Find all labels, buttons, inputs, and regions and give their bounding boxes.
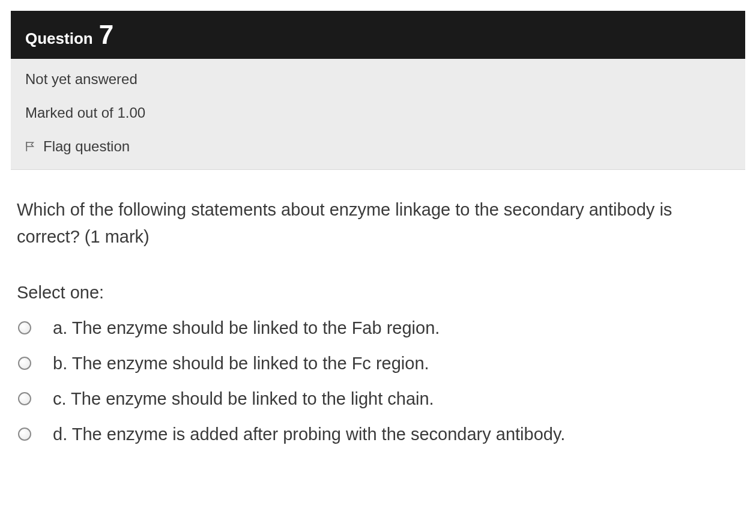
- option-c[interactable]: c. The enzyme should be linked to the li…: [17, 389, 739, 409]
- question-label: Question: [25, 29, 93, 48]
- radio-icon: [18, 321, 31, 334]
- option-text: b. The enzyme should be linked to the Fc…: [53, 354, 429, 373]
- radio-icon: [18, 428, 31, 441]
- question-content: Which of the following statements about …: [11, 170, 745, 450]
- flag-question-button[interactable]: Flag question: [25, 138, 731, 155]
- marks-text: Marked out of 1.00: [25, 104, 731, 121]
- radio-icon: [18, 357, 31, 370]
- option-b[interactable]: b. The enzyme should be linked to the Fc…: [17, 354, 739, 373]
- flag-icon: [25, 141, 36, 152]
- option-d[interactable]: d. The enzyme is added after probing wit…: [17, 425, 739, 444]
- status-text: Not yet answered: [25, 71, 731, 88]
- option-text: a. The enzyme should be linked to the Fa…: [53, 318, 440, 338]
- question-container: Question 7 Not yet answered Marked out o…: [11, 11, 745, 450]
- option-text: d. The enzyme is added after probing wit…: [53, 425, 565, 444]
- question-text: Which of the following statements about …: [17, 196, 739, 250]
- question-meta: Not yet answered Marked out of 1.00 Flag…: [11, 59, 745, 170]
- question-header: Question 7: [11, 11, 745, 59]
- radio-icon: [18, 392, 31, 405]
- question-number: 7: [99, 22, 113, 48]
- option-text: c. The enzyme should be linked to the li…: [53, 389, 434, 409]
- options-list: a. The enzyme should be linked to the Fa…: [17, 318, 739, 444]
- flag-label: Flag question: [43, 138, 130, 155]
- select-prompt: Select one:: [17, 283, 739, 303]
- option-a[interactable]: a. The enzyme should be linked to the Fa…: [17, 318, 739, 338]
